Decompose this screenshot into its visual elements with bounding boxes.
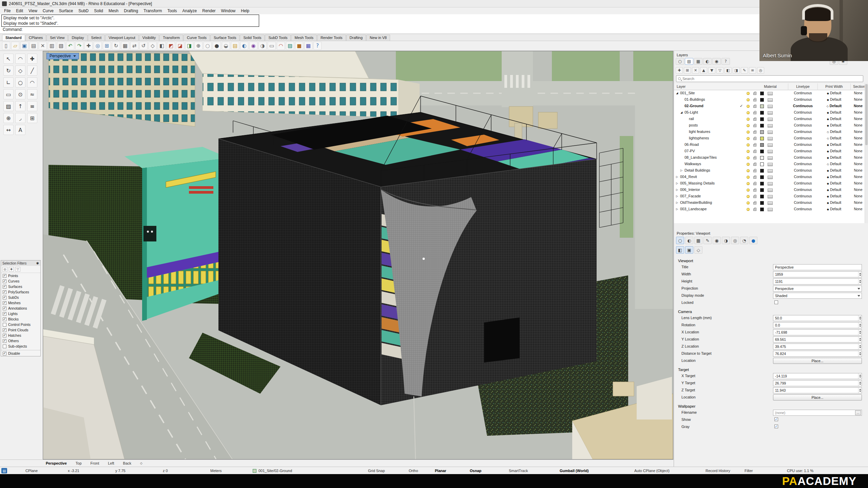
zoom-window-icon[interactable]: ⊞: [103, 42, 111, 50]
layer-section[interactable]: None: [850, 149, 865, 153]
layer-print-width[interactable]: ◆ Default: [818, 110, 850, 114]
layer-section[interactable]: None: [850, 91, 865, 95]
move-up-icon[interactable]: ▲: [700, 67, 707, 74]
viewport-3d-scene[interactable]: [43, 51, 673, 459]
prop-field-x-location[interactable]: -71.698: [773, 329, 862, 335]
layer-linetype[interactable]: Continuous: [788, 162, 818, 166]
layer-row-rail[interactable]: railContinuous◆ DefaultNone: [674, 116, 865, 122]
viewport[interactable]: Perspective: [43, 51, 673, 460]
boolean-tool-icon[interactable]: ⊕: [3, 113, 14, 123]
status-toggle-auto-cplane-object[interactable]: Auto CPlane (Object): [634, 467, 670, 474]
status-active-layer[interactable]: 001_Site/02-Ground: [253, 467, 292, 474]
layer-visibility-bulb-icon[interactable]: [747, 143, 750, 147]
prop-field-display-mode[interactable]: Shaded: [773, 293, 862, 299]
layer-print-width[interactable]: ◆ Default: [818, 200, 850, 204]
spinner-up-icon[interactable]: [859, 382, 861, 383]
layer-linetype[interactable]: Continuous: [788, 130, 818, 134]
toolbar-tab-mesh-tools[interactable]: Mesh Tools: [291, 35, 316, 41]
spinner-up-icon[interactable]: [859, 324, 861, 325]
prop-field-x-target[interactable]: -14.119: [773, 373, 862, 379]
layer-color-swatch[interactable]: [760, 188, 764, 192]
group-icon[interactable]: ⊕: [194, 42, 202, 50]
extrude-tool-icon[interactable]: ↑: [15, 101, 25, 111]
filter-checkbox-polysurfaces[interactable]: ✓: [3, 290, 6, 294]
layer-color-swatch[interactable]: [760, 137, 764, 140]
browse-button[interactable]: …: [855, 410, 861, 415]
move-down-icon[interactable]: ▼: [708, 67, 715, 74]
layer-row-06-road[interactable]: 06-RoadContinuous◆ DefaultNone: [674, 142, 865, 148]
layer-visibility-bulb-icon[interactable]: [747, 92, 750, 95]
chevron-down-icon[interactable]: [73, 55, 76, 57]
select-arrow-icon[interactable]: ↖: [3, 54, 14, 64]
spinner-down-icon[interactable]: [859, 326, 861, 327]
help-panel-tab[interactable]: ?: [721, 58, 730, 65]
layer-print-width[interactable]: ◆ Default: [818, 97, 850, 101]
filter-checkbox-lights[interactable]: ✓: [3, 312, 6, 316]
filter-checkbox-surfaces[interactable]: ✓: [3, 285, 6, 289]
search-input[interactable]: [682, 77, 861, 81]
layer-section[interactable]: None: [850, 175, 865, 179]
toolbar-tab-render-tools[interactable]: Render Tools: [317, 35, 346, 41]
layer-section[interactable]: None: [850, 200, 865, 204]
filter-checkbox-disable[interactable]: ✓: [3, 352, 6, 355]
status-toggle-ortho[interactable]: Ortho: [409, 467, 418, 474]
menu-view[interactable]: View: [26, 8, 40, 14]
toolbar-tab-cplanes[interactable]: CPlanes: [25, 35, 46, 41]
spinner[interactable]: [858, 272, 862, 277]
render-icon[interactable]: ◉: [249, 42, 257, 50]
layer-linetype[interactable]: Continuous: [788, 207, 818, 211]
save-icon[interactable]: ▣: [20, 42, 28, 50]
layer-row-02-ground[interactable]: 02-Ground✓Continuous◇ DefaultNone: [674, 103, 865, 110]
layer-color-swatch[interactable]: [760, 143, 764, 147]
toolbar-tab-display[interactable]: Display: [68, 35, 87, 41]
status-toggle-gumball-world[interactable]: Gumball (World): [560, 467, 589, 474]
layer-visibility-bulb-icon[interactable]: [747, 124, 750, 127]
spinner-down-icon[interactable]: [859, 318, 861, 320]
layer-lock-icon[interactable]: [753, 157, 756, 159]
layer-color-swatch[interactable]: [760, 98, 764, 102]
layer-material-swatch[interactable]: [768, 150, 773, 153]
layer-color-swatch[interactable]: [760, 195, 764, 198]
menu-mesh[interactable]: Mesh: [106, 8, 121, 14]
spinner[interactable]: [858, 373, 862, 379]
mirror-icon[interactable]: ◧: [158, 42, 166, 50]
prop-button-location[interactable]: Place...: [773, 358, 862, 364]
viewport-tab-menu-icon[interactable]: ◇: [140, 462, 142, 465]
spinner-down-icon[interactable]: [859, 347, 861, 348]
layer-material-swatch[interactable]: [768, 182, 773, 186]
layer-color-swatch[interactable]: [760, 182, 764, 186]
layer-linetype[interactable]: Continuous: [788, 123, 818, 127]
viewport-tab-top[interactable]: Top: [76, 461, 82, 465]
layer-lock-icon[interactable]: [753, 138, 756, 140]
layer-row-posts[interactable]: postsContinuous◆ DefaultNone: [674, 122, 865, 129]
layer-material-swatch[interactable]: [768, 163, 773, 166]
layer-expand-icon[interactable]: ▷: [680, 169, 682, 172]
viewport-props-icon[interactable]: ◧: [676, 246, 684, 254]
layer-section[interactable]: None: [850, 117, 865, 121]
surface-tool-icon[interactable]: ▨: [3, 101, 14, 111]
filter-checkbox-blocks[interactable]: ✓: [3, 317, 6, 321]
menu-surface[interactable]: Surface: [56, 8, 76, 14]
layer-linetype[interactable]: Continuous: [788, 110, 818, 114]
layer-row-007-facade[interactable]: ▷007_FacadeContinuous◆ DefaultNone: [674, 193, 865, 200]
layer-material-swatch[interactable]: [768, 98, 773, 102]
column-material[interactable]: Material: [761, 84, 779, 89]
properties-panel-tab[interactable]: ○: [676, 58, 684, 65]
layer-print-width[interactable]: ◆ Default: [818, 142, 850, 147]
layers-search-box[interactable]: [676, 75, 863, 82]
scrollbar-thumb[interactable]: [865, 84, 868, 145]
layer-lock-icon[interactable]: [753, 209, 756, 211]
layer-linetype[interactable]: Continuous: [788, 117, 818, 121]
spinner[interactable]: [858, 315, 862, 321]
layer-print-width[interactable]: ◆ Default: [818, 194, 850, 198]
spinner-up-icon[interactable]: [859, 345, 861, 346]
layer-print-width[interactable]: ◆ Default: [818, 168, 850, 172]
toolbar-tab-subd-tools[interactable]: SubD Tools: [265, 35, 291, 41]
arc-tool-icon[interactable]: ◠: [27, 77, 37, 87]
status-toggle-smarttrack[interactable]: SmartTrack: [509, 467, 528, 474]
mesh-tools-icon[interactable]: ▦: [304, 42, 312, 50]
new-file-icon[interactable]: ▯: [2, 42, 10, 50]
layers-scrollbar[interactable]: [865, 83, 868, 223]
line-tool-icon[interactable]: ╱: [27, 65, 37, 76]
layer-section[interactable]: None: [850, 168, 865, 172]
